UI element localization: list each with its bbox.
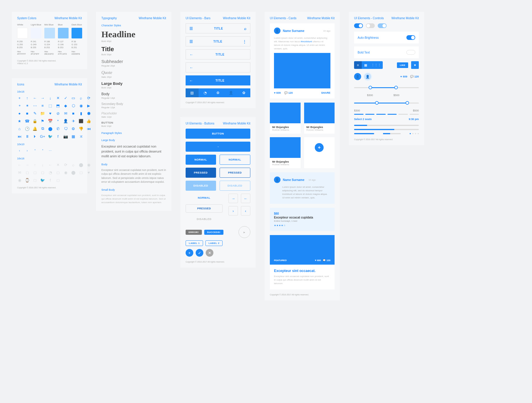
icon[interactable]: 🗨 [63, 126, 68, 131]
comments-count[interactable]: 💬 120 [323, 259, 330, 262]
icon[interactable]: ⏭ [17, 134, 22, 139]
back-icon[interactable]: ← [189, 52, 194, 57]
add-icon[interactable]: + [315, 143, 324, 152]
icon[interactable]: ◆ [63, 103, 68, 108]
icon[interactable]: 📅 [48, 119, 53, 123]
icon[interactable]: ⧉ [40, 126, 45, 131]
icon[interactable]: ⚑ [40, 119, 45, 123]
fab-close[interactable]: ✕ [206, 249, 213, 257]
icon[interactable]: ✓ [63, 96, 68, 100]
comments-count[interactable]: 💬 120 [284, 91, 293, 94]
icon[interactable]: › [25, 148, 30, 153]
card-post[interactable]: 👤 Name Surname 1h ago Lorem ipsum dolor … [270, 23, 335, 98]
share-button[interactable]: SHARE [321, 91, 330, 94]
icon[interactable]: ⬡ [71, 103, 76, 108]
icon[interactable]: ◉ [79, 103, 83, 108]
card-mini[interactable]: Mr BojanglesRobbie Williams [270, 137, 301, 168]
icon[interactable]: ˄ [33, 148, 37, 153]
fab-check[interactable]: ✓ [196, 249, 203, 257]
card-comment[interactable]: 👤 Name Surname 1h ago Lorem ipsum dolor … [270, 172, 335, 204]
icon[interactable]: 🐦 [48, 134, 53, 139]
icon[interactable]: 👤 [63, 119, 68, 123]
icon[interactable]: ↑ [33, 162, 37, 167]
likes-count[interactable]: ♥ 600 [315, 259, 321, 262]
icon[interactable]: ✉ [17, 170, 22, 175]
page-dots[interactable] [410, 133, 419, 134]
icon[interactable]: ◻ [79, 170, 83, 175]
comments-stat[interactable]: 💬 120 [410, 75, 419, 78]
icon[interactable]: → [40, 96, 45, 100]
icon[interactable]: 🞂 [33, 134, 37, 139]
icon-button-fwd[interactable]: › [228, 206, 238, 216]
icon[interactable]: ⏸ [25, 134, 30, 139]
setting-bold-text[interactable]: Bold Text [354, 46, 419, 58]
card-listing[interactable]: $60 Excepteur occacat cupidata Entire ho… [270, 208, 335, 231]
seg-grid-icon[interactable]: ▦ [362, 61, 369, 69]
tab-item[interactable]: ⚙ [212, 88, 225, 97]
icon[interactable]: ■ [71, 111, 76, 116]
heart-button[interactable]: ♥ [411, 61, 419, 69]
icon[interactable]: 📷 [63, 134, 68, 139]
icon[interactable]: ✆ [56, 126, 60, 131]
icon[interactable]: ◻ [56, 178, 60, 182]
icon[interactable]: ⊘ [56, 111, 60, 116]
icon[interactable]: ◻ [33, 178, 37, 182]
icon[interactable]: ⬚ [48, 103, 53, 108]
icon[interactable]: ← [48, 162, 53, 167]
nav-bar[interactable]: ☰TITLE⌕ [186, 23, 250, 33]
color-swatch[interactable]: Light BlueR 241G 249B 255Hex#F1F5FF [31, 23, 41, 56]
icon[interactable]: 🕑 [25, 126, 30, 131]
color-swatch[interactable]: Mid BlueR 188G 224B 253Hex#BCE0FD [44, 23, 55, 56]
button-icon[interactable]: → [186, 142, 250, 152]
button-normal[interactable]: NORMAL [186, 155, 216, 165]
icon[interactable]: ⋯ [33, 103, 37, 108]
icon[interactable]: + [17, 96, 22, 100]
icon[interactable]: ▮ [79, 111, 83, 116]
icon[interactable]: → [25, 162, 30, 167]
icon[interactable]: ← [33, 96, 37, 100]
hashtag[interactable]: #incididunt [301, 40, 312, 43]
icon[interactable]: f [56, 134, 60, 139]
switch-toggle[interactable] [406, 50, 415, 55]
tab-bar[interactable]: ▤ ◔ ⚙ 👤 ✿ [186, 88, 250, 97]
icon[interactable]: ◉ [86, 162, 91, 167]
menu-icon[interactable]: ☰ [189, 26, 193, 31]
button-primary[interactable]: BUTTON [186, 129, 250, 139]
icon[interactable]: ✶ [25, 103, 30, 108]
switch-on[interactable] [354, 23, 363, 28]
icon[interactable]: ↑ [25, 96, 30, 100]
icon[interactable]: 📁 [40, 111, 45, 116]
slider-knob[interactable] [406, 101, 409, 105]
icon[interactable]: ⤮ [79, 134, 83, 139]
icon[interactable]: ⚙ [71, 126, 76, 131]
button-ghost-normal[interactable]: NORMAL [186, 194, 223, 202]
icon[interactable]: 👎 [79, 126, 83, 131]
icon[interactable]: ◉ [17, 178, 22, 182]
post-image[interactable] [274, 53, 330, 88]
search-icon[interactable]: ⌕ [244, 26, 247, 31]
user-name[interactable]: Name Surname [283, 178, 304, 182]
icon[interactable]: ◉ [63, 170, 68, 175]
icon[interactable]: 👍 [86, 119, 91, 123]
icon[interactable]: ⬢ [86, 111, 91, 116]
switch-toggle[interactable] [406, 35, 415, 40]
icon[interactable]: ⌕ [79, 96, 83, 100]
icon[interactable]: ● [17, 111, 22, 116]
button-outline-pressed[interactable]: PRESSED [220, 168, 251, 178]
like-button[interactable]: LIKE [397, 62, 408, 68]
back-icon[interactable]: ← [189, 65, 194, 70]
slider-knob[interactable] [375, 101, 379, 105]
icon[interactable]: ◻ [33, 170, 37, 175]
icon[interactable]: ⌕ [71, 162, 76, 167]
icon[interactable]: ˅ [40, 148, 45, 153]
button-outline-normal[interactable]: NORMAL [220, 155, 251, 165]
switch-off[interactable] [366, 23, 375, 28]
icon[interactable]: ✈ [71, 119, 76, 123]
icon[interactable]: ◻ [25, 170, 30, 175]
icon[interactable]: G+ [40, 134, 45, 139]
icon[interactable]: ✉ [63, 111, 68, 116]
icon[interactable]: ⚬ [17, 103, 22, 108]
seg-apps-icon[interactable]: ⋮⋮⋮ [369, 61, 383, 69]
icon[interactable]: ⏮ [86, 126, 91, 131]
avatar-option-selected[interactable]: 👤 [364, 73, 371, 80]
